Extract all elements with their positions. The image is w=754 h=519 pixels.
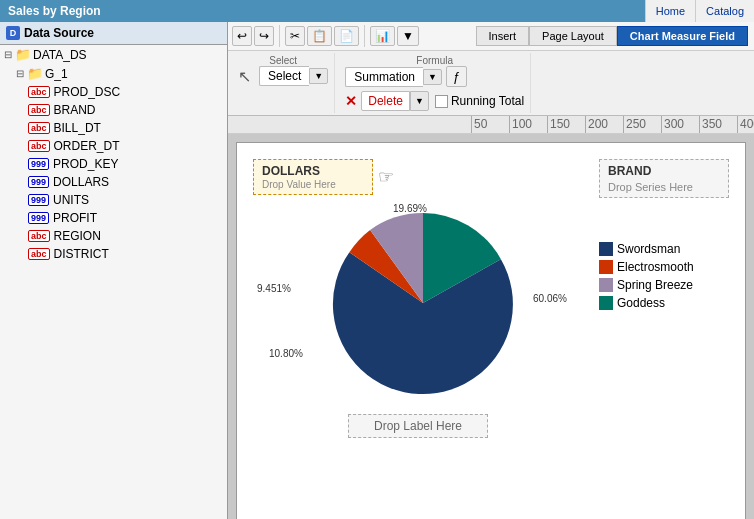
app-title: Sales by Region (8, 4, 101, 18)
legend-item-swordsman: Swordsman (599, 242, 729, 256)
legend-color-goddess (599, 296, 613, 310)
ruler-mark: 300 (661, 116, 699, 133)
running-total-checkbox[interactable] (435, 95, 448, 108)
measure-drop-zone[interactable]: DOLLARS Drop Value Here ☞ (253, 159, 373, 195)
list-item[interactable]: abc PROD_DSC (0, 83, 227, 101)
paste-button[interactable]: 📄 (334, 26, 359, 46)
expand-icon: ⊟ (4, 49, 12, 60)
section-content-select: ↖ Select ▼ (238, 66, 328, 86)
field-type-badge: abc (28, 122, 50, 134)
legend-item-springbreeze: Spring Breeze (599, 278, 729, 292)
list-item[interactable]: abc ORDER_DT (0, 137, 227, 155)
expand-icon-g1: ⊟ (16, 68, 24, 79)
section-formula: Formula Summation ▼ ƒ ✕ (339, 53, 531, 113)
chart-button[interactable]: 📊 (370, 26, 395, 46)
field-type-badge: 999 (28, 194, 49, 206)
redo-button[interactable]: ↪ (254, 26, 274, 46)
sidebar: D Data Source ⊟ 📁 DATA_DS ⊟ 📁 G_1 abc PR… (0, 22, 228, 519)
field-name: DOLLARS (53, 175, 109, 189)
field-type-badge: 999 (28, 158, 49, 170)
tab-insert[interactable]: Insert (476, 26, 530, 46)
select-button[interactable]: Select (259, 66, 309, 86)
chart-main-area: DOLLARS Drop Value Here ☞ 19.69% 9.451% … (253, 159, 583, 438)
list-item[interactable]: abc REGION (0, 227, 227, 245)
list-item[interactable]: 999 DOLLARS (0, 173, 227, 191)
list-item[interactable]: 999 PROD_KEY (0, 155, 227, 173)
ribbon-sections: Select ↖ Select ▼ Formula (228, 51, 754, 115)
pct-label-4: 60.06% (533, 293, 567, 304)
ruler-mark: 350 (699, 116, 737, 133)
field-type-badge: abc (28, 248, 50, 260)
chart-layout: DOLLARS Drop Value Here ☞ 19.69% 9.451% … (253, 159, 729, 438)
root-label: DATA_DS (33, 48, 87, 62)
measure-placeholder: Drop Value Here (262, 179, 336, 190)
summation-button[interactable]: Summation (345, 67, 423, 87)
catalog-link[interactable]: Catalog (695, 0, 754, 22)
label-drop-zone[interactable]: Drop Label Here (348, 414, 488, 438)
legend-label-swordsman: Swordsman (617, 242, 680, 256)
pct-label-2: 9.451% (257, 283, 291, 294)
running-total-label: Running Total (451, 94, 524, 108)
chart-dropdown[interactable]: ▼ (397, 26, 419, 46)
separator (279, 25, 280, 47)
tab-chart-measure-field[interactable]: Chart Measure Field (617, 26, 748, 46)
legend-color-electrosmooth (599, 260, 613, 274)
tree-root[interactable]: ⊟ 📁 DATA_DS (0, 45, 227, 64)
right-panel: ↩ ↪ ✂ 📋 📄 📊 ▼ Insert Page Layout Chart M… (228, 22, 754, 519)
ribbon-toolbar: ↩ ↪ ✂ 📋 📄 📊 ▼ Insert Page Layout Chart M… (228, 22, 754, 51)
legend-label-electrosmooth: Electrosmooth (617, 260, 694, 274)
undo-button[interactable]: ↩ (232, 26, 252, 46)
section-label-formula: Formula (345, 55, 524, 66)
field-name: DISTRICT (54, 247, 109, 261)
list-item[interactable]: abc BILL_DT (0, 119, 227, 137)
home-link[interactable]: Home (645, 0, 695, 22)
list-item[interactable]: 999 UNITS (0, 191, 227, 209)
delete-button[interactable]: Delete (361, 91, 410, 111)
delete-dropdown-button[interactable]: ▼ (410, 91, 429, 111)
chart-legend: Swordsman Electrosmooth Spring Breeze (599, 242, 729, 310)
summation-group: Summation ▼ (345, 67, 442, 87)
delete-group: Delete ▼ (361, 91, 429, 111)
pct-label-1: 19.69% (393, 203, 427, 214)
legend-color-swordsman (599, 242, 613, 256)
series-drop-zone[interactable]: BRAND Drop Series Here (599, 159, 729, 198)
field-name: PROD_DSC (54, 85, 121, 99)
sidebar-title: Data Source (24, 26, 94, 40)
field-name: REGION (54, 229, 101, 243)
tree-group[interactable]: ⊟ 📁 G_1 (0, 64, 227, 83)
list-item[interactable]: 999 PROFIT (0, 209, 227, 227)
field-type-badge: abc (28, 140, 50, 152)
list-item[interactable]: abc DISTRICT (0, 245, 227, 263)
select-group: Select ▼ (259, 66, 328, 86)
field-name: PROD_KEY (53, 157, 118, 171)
section-select: Select ↖ Select ▼ (232, 53, 335, 113)
title-bar: Sales by Region (0, 0, 754, 22)
hand-cursor-icon: ☞ (378, 166, 394, 188)
ruler-mark: 150 (547, 116, 585, 133)
copy-button[interactable]: 📋 (307, 26, 332, 46)
pie-chart-container: 19.69% 9.451% 10.80% 60.06% (253, 203, 583, 406)
formula-icon-button[interactable]: ƒ (446, 66, 467, 87)
legend-label-goddess: Goddess (617, 296, 665, 310)
field-name: ORDER_DT (54, 139, 120, 153)
ruler-mark: 200 (585, 116, 623, 133)
field-name: PROFIT (53, 211, 97, 225)
ruler: 50 100 150 200 250 300 350 400 450 500 (228, 116, 754, 134)
ruler-mark: 100 (509, 116, 547, 133)
select-dropdown-button[interactable]: ▼ (309, 68, 328, 84)
label-drop-placeholder: Drop Label Here (374, 419, 462, 433)
top-nav: Home Catalog (645, 0, 754, 22)
field-type-badge: abc (28, 104, 50, 116)
list-item[interactable]: abc BRAND (0, 101, 227, 119)
section-label-select: Select (238, 55, 328, 66)
ruler-marks: 50 100 150 200 250 300 350 400 450 500 (471, 116, 754, 133)
cut-button[interactable]: ✂ (285, 26, 305, 46)
summation-dropdown-button[interactable]: ▼ (423, 69, 442, 85)
delete-x-icon[interactable]: ✕ (345, 93, 357, 109)
ruler-mark: 400 (737, 116, 754, 133)
ribbon: ↩ ↪ ✂ 📋 📄 📊 ▼ Insert Page Layout Chart M… (228, 22, 754, 116)
tab-page-layout[interactable]: Page Layout (529, 26, 617, 46)
group-folder-icon: 📁 (27, 66, 43, 81)
ruler-mark: 50 (471, 116, 509, 133)
legend-item-goddess: Goddess (599, 296, 729, 310)
